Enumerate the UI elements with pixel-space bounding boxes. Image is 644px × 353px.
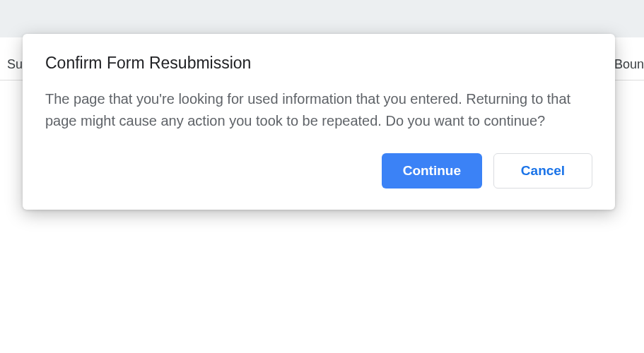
continue-button[interactable]: Continue [382,153,482,189]
header-right-fragment: Boun [614,57,644,72]
dialog-title: Confirm Form Resubmission [45,54,592,73]
dialog-actions: Continue Cancel [45,153,592,189]
confirm-resubmission-dialog: Confirm Form Resubmission The page that … [23,34,615,210]
cancel-button[interactable]: Cancel [493,153,592,189]
top-band [0,0,644,37]
header-left-fragment: Su [7,57,23,72]
dialog-body-text: The page that you're looking for used in… [45,88,592,132]
